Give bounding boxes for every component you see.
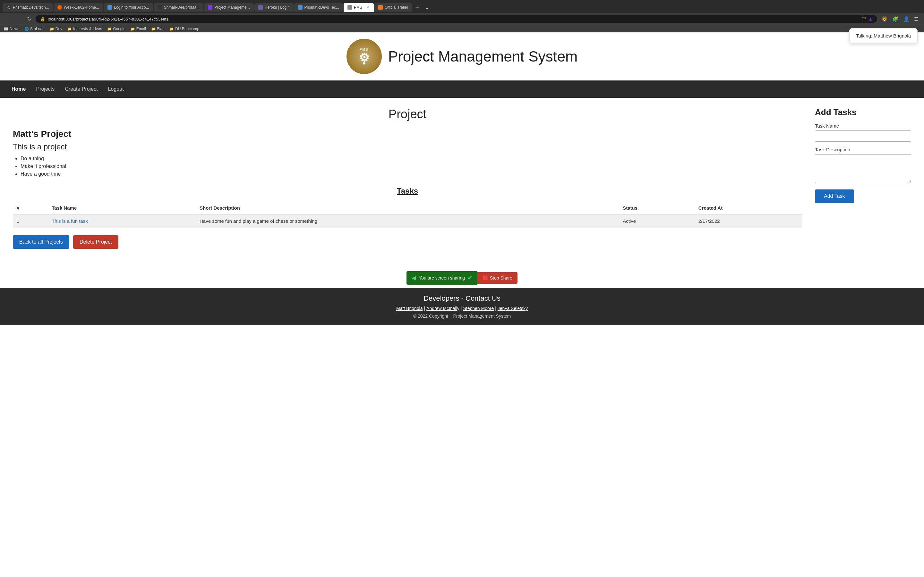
du-folder-icon: 📁 bbox=[170, 27, 174, 31]
tab-label: PrismaticDevs/tech... bbox=[13, 5, 49, 10]
bookmark-email-label: Email bbox=[136, 27, 146, 31]
reload-button[interactable]: ↻ bbox=[26, 15, 33, 23]
bookmark-interests[interactable]: 📁 Interests & Ideas bbox=[67, 27, 102, 31]
tab-label: Heroku | Login bbox=[265, 5, 290, 10]
task-link[interactable]: This is a fun task bbox=[52, 218, 88, 224]
tab-login[interactable]: Login to Your Acco... bbox=[103, 3, 153, 11]
col-task-name: Task Name bbox=[48, 202, 196, 214]
app-header: PMS ⚙ 🕐 Project Management System bbox=[0, 32, 924, 81]
developer-link-andrew[interactable]: Andrew McInally bbox=[426, 306, 459, 311]
task-description-input[interactable] bbox=[815, 154, 911, 183]
tab-projmanage[interactable]: Project Manageme... bbox=[204, 3, 254, 11]
table-header-row: # Task Name Short Description Status Cre… bbox=[13, 202, 802, 214]
tab-favicon-orange bbox=[378, 5, 383, 10]
back-to-all-projects-button[interactable]: Back to all Projects bbox=[13, 235, 69, 249]
copyright-app-name: Project Management System bbox=[453, 314, 511, 319]
bookmark-google[interactable]: 📁 Google bbox=[107, 27, 126, 31]
footer-developer-links: Matt Brignola | Andrew McInally | Stephe… bbox=[6, 306, 918, 311]
tab-shman[interactable]: Shman-Dee/proMa... bbox=[153, 3, 204, 11]
nav-projects[interactable]: Projects bbox=[31, 81, 60, 98]
bookmark-news[interactable]: 📰 News bbox=[4, 27, 19, 31]
task-name-cell: This is a fun task bbox=[48, 214, 196, 227]
lock-icon: 🔒 bbox=[40, 17, 45, 21]
tab-week14[interactable]: Week-14/02-Home... bbox=[53, 3, 103, 11]
tasks-heading: Tasks bbox=[13, 187, 802, 195]
dev-folder-icon: 📁 bbox=[50, 27, 54, 31]
nav-logout[interactable]: Logout bbox=[103, 81, 129, 98]
col-created-at: Created At bbox=[695, 202, 802, 214]
news-icon: 📰 bbox=[4, 27, 8, 31]
bookmark-stuloan[interactable]: 🌐 StuLoan bbox=[24, 27, 45, 31]
col-number: # bbox=[13, 202, 48, 214]
more-tabs-button[interactable]: ⌄ bbox=[422, 3, 431, 12]
task-status: Active bbox=[619, 214, 695, 227]
tab-prismaticdevs[interactable]: ⬡ PrismaticDevs/tech... bbox=[3, 3, 53, 11]
tab-favicon-firefox bbox=[57, 5, 62, 10]
tab-label: Login to Your Acco... bbox=[114, 5, 149, 10]
brave-shield-icon[interactable]: 🛡 bbox=[862, 16, 866, 21]
bookmark-interests-label: Interests & Ideas bbox=[73, 27, 102, 31]
task-name-input[interactable] bbox=[815, 131, 911, 142]
bookmark-dev[interactable]: 📁 Dev bbox=[50, 27, 62, 31]
brave-icon[interactable]: 🦁 bbox=[880, 15, 889, 23]
tab-heroku[interactable]: Heroku | Login bbox=[254, 3, 294, 11]
tab-favicon-blue2 bbox=[298, 5, 302, 10]
new-tab-button[interactable]: + bbox=[413, 3, 422, 13]
project-bullets: Do a thing Make it professional Have a g… bbox=[13, 156, 802, 177]
task-name-label: Task Name bbox=[815, 123, 911, 129]
bookmark-dev-label: Dev bbox=[55, 27, 62, 31]
tab-pms[interactable]: PMS ✕ bbox=[344, 3, 374, 12]
project-bullet-2: Make it professional bbox=[21, 163, 802, 169]
stop-share-button[interactable]: 🟥 Stop Share bbox=[477, 272, 517, 284]
interests-folder-icon: 📁 bbox=[67, 27, 72, 31]
col-short-desc: Short Description bbox=[196, 202, 619, 214]
bookmark-du-bootcamp[interactable]: 📁 DU Bootcamp bbox=[170, 27, 199, 31]
address-text: localhost:3001/projects/a90f64d2-5b2a-45… bbox=[48, 17, 859, 21]
tab-favicon-pms bbox=[347, 5, 352, 10]
project-bullet-3: Have a good time bbox=[21, 171, 802, 177]
tab-close-icon[interactable]: ✕ bbox=[364, 5, 370, 10]
developer-link-jenya[interactable]: Jenya Seletsky bbox=[498, 306, 528, 311]
tab-label: PrismaticDevs Tec... bbox=[304, 5, 339, 10]
bookmark-biac[interactable]: 📁 Biac bbox=[151, 27, 164, 31]
project-section: Project Matt's Project This is a project… bbox=[13, 107, 802, 258]
task-description-label: Task Description bbox=[815, 147, 911, 152]
menu-icon[interactable]: ☰ bbox=[913, 15, 920, 23]
stop-icon: 🟥 bbox=[483, 276, 488, 280]
notification-popup: Talking: Matthew Brignola bbox=[849, 28, 918, 43]
delete-project-button[interactable]: Delete Project bbox=[73, 235, 118, 249]
forward-nav-button[interactable]: → bbox=[15, 15, 23, 23]
screen-share-indicator: ◀ You are screen sharing ✔ bbox=[407, 271, 477, 285]
project-bullet-1: Do a thing bbox=[21, 156, 802, 161]
developer-link-stephen[interactable]: Stephen Moore bbox=[463, 306, 494, 311]
share-checkmark-icon: ✔ bbox=[467, 274, 472, 282]
wallet-icon[interactable]: ▲ bbox=[868, 16, 873, 21]
copyright-text: © 2022 Copyright bbox=[413, 314, 448, 319]
address-bar[interactable]: 🔒 localhost:3001/projects/a90f64d2-5b2a-… bbox=[36, 15, 877, 23]
tab-bar: ⬡ PrismaticDevs/tech... Week-14/02-Home.… bbox=[0, 0, 924, 13]
tab-prismaticdevs2[interactable]: PrismaticDevs Tec... bbox=[294, 3, 343, 11]
back-nav-button[interactable]: ← bbox=[4, 15, 12, 23]
tasks-table: # Task Name Short Description Status Cre… bbox=[13, 202, 802, 227]
footer-sep-3: | bbox=[495, 306, 496, 311]
nav-create-project[interactable]: Create Project bbox=[60, 81, 103, 98]
stop-share-label: Stop Share bbox=[490, 276, 512, 280]
project-description: This is a project bbox=[13, 142, 802, 151]
google-folder-icon: 📁 bbox=[107, 27, 111, 31]
profile-icon[interactable]: 👤 bbox=[901, 15, 911, 23]
tab-official-trailer[interactable]: Official Trailer bbox=[375, 3, 412, 11]
developer-link-matt[interactable]: Matt Brignola bbox=[396, 306, 423, 311]
app-title: Project Management System bbox=[388, 48, 578, 65]
puzzle-icon[interactable]: 🧩 bbox=[891, 15, 900, 23]
screen-share-message: You are screen sharing bbox=[419, 276, 465, 280]
footer-copyright: © 2022 Copyright Project Management Syst… bbox=[6, 314, 918, 319]
tab-favicon-github2 bbox=[158, 5, 162, 10]
bookmarks-bar: 📰 News 🌐 StuLoan 📁 Dev 📁 Interests & Ide… bbox=[0, 25, 924, 32]
nav-home[interactable]: Home bbox=[6, 81, 31, 98]
task-created-at: 2/17/2022 bbox=[695, 214, 802, 227]
bookmark-stuloan-label: StuLoan bbox=[30, 27, 45, 31]
add-task-button[interactable]: Add Task bbox=[815, 189, 854, 203]
add-tasks-section: Add Tasks Task Name Task Description Add… bbox=[815, 107, 911, 258]
bookmark-email[interactable]: 📁 Email bbox=[131, 27, 146, 31]
tab-label: Shman-Dee/proMa... bbox=[164, 5, 200, 10]
